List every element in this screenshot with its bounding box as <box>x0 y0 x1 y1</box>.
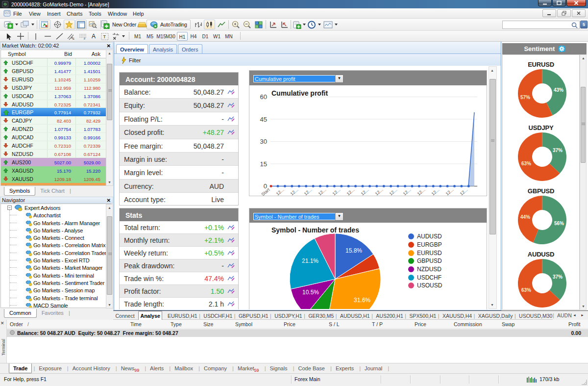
svg-text:45: 45 <box>260 116 267 123</box>
svg-text:12...: 12... <box>303 187 313 196</box>
svg-text:30: 30 <box>260 138 267 145</box>
svg-text:12...: 12... <box>360 187 370 196</box>
svg-text:GBPUSD: GBPUSD <box>417 257 442 264</box>
svg-text:F: F <box>84 37 86 40</box>
svg-text:12...: 12... <box>332 187 342 196</box>
svg-text:AUDUSD: AUDUSD <box>417 233 442 240</box>
svg-text:12...: 12... <box>318 187 327 196</box>
svg-text:56%: 56% <box>554 221 564 226</box>
svg-text:12...: 12... <box>431 187 441 196</box>
svg-text:12...: 12... <box>346 187 356 196</box>
svg-text:Cumulative profit: Cumulative profit <box>271 89 328 97</box>
svg-text:USDCHF: USDCHF <box>417 274 441 281</box>
svg-text:EURGBP: EURGBP <box>417 241 442 248</box>
svg-text:12...: 12... <box>389 187 398 196</box>
svg-text:NZDUSD: NZDUSD <box>417 266 441 273</box>
svg-text:Start: Start <box>260 187 270 196</box>
svg-text:31.6%: 31.6% <box>354 297 370 304</box>
svg-text:12...: 12... <box>416 187 426 196</box>
svg-text:10.5%: 10.5% <box>302 289 319 296</box>
svg-text:USOUSD: USOUSD <box>417 282 442 289</box>
svg-text:21.1%: 21.1% <box>302 257 318 264</box>
svg-text:12...: 12... <box>402 187 412 196</box>
svg-text:43%: 43% <box>554 87 564 93</box>
svg-text:60: 60 <box>260 93 267 101</box>
svg-text:37%: 37% <box>553 274 563 280</box>
svg-text:12...: 12... <box>445 187 455 196</box>
svg-text:12...: 12... <box>275 187 285 196</box>
svg-text:37%: 37% <box>553 148 563 153</box>
svg-text:15: 15 <box>260 160 267 168</box>
svg-text:57%: 57% <box>520 95 530 100</box>
svg-text:63%: 63% <box>521 161 531 166</box>
svg-text:12...: 12... <box>459 187 469 196</box>
svg-text:EURUSD: EURUSD <box>417 250 442 257</box>
svg-text:E: E <box>73 37 74 40</box>
svg-text:T: T <box>103 34 106 39</box>
svg-text:12...: 12... <box>290 187 299 196</box>
svg-text:44%: 44% <box>520 214 530 220</box>
svg-text:15.8%: 15.8% <box>345 247 362 254</box>
svg-text:12...: 12... <box>374 187 384 196</box>
svg-text:63%: 63% <box>521 287 531 293</box>
